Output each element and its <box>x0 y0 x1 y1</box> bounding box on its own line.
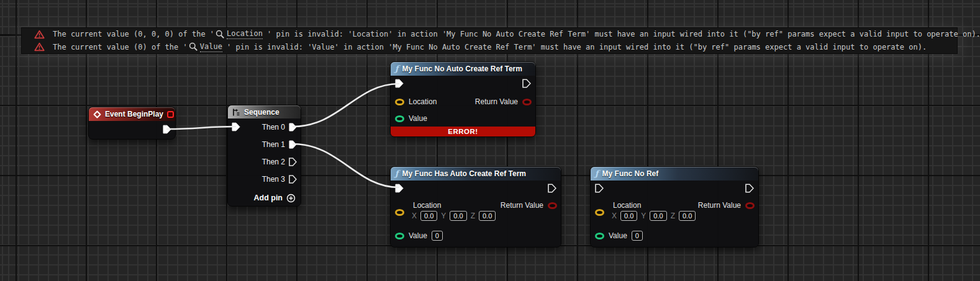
exec-input-pin[interactable] <box>395 184 404 193</box>
axis-x-field[interactable]: 0.0 <box>620 211 637 221</box>
warning-triangle-icon <box>34 30 45 39</box>
then-pin-row[interactable]: Then 3 <box>262 174 297 184</box>
then-pin-row[interactable]: Then 0 <box>262 122 297 132</box>
node-func-has-auto-create-ref-term[interactable]: ƒ My Func Has Auto Create Ref Term Locat… <box>390 166 561 248</box>
pin-label: Return Value <box>475 97 518 106</box>
location-pin-icon[interactable] <box>395 209 404 216</box>
warning-row-value: The current value (0) of the ' Value ' p… <box>22 41 957 54</box>
wire-beginplay-to-sequence <box>167 127 235 129</box>
exec-output-pin[interactable] <box>745 184 754 193</box>
pin-label-location: Location <box>413 201 441 210</box>
input-pin-value[interactable]: Value 0 <box>595 231 643 241</box>
axis-label: Z <box>471 212 475 220</box>
axis-label: Y <box>441 212 446 220</box>
node-header[interactable]: Event BeginPlay <box>89 107 175 121</box>
output-pin-return-value[interactable]: Return Value <box>475 97 532 106</box>
pin-label: Value <box>609 231 627 240</box>
input-pin-value[interactable]: Value <box>395 114 427 123</box>
axis-z-field[interactable]: 0.0 <box>679 211 696 221</box>
location-pin-icon[interactable] <box>395 99 404 105</box>
add-pin-icon <box>286 194 296 203</box>
exec-output-pin[interactable] <box>289 123 297 132</box>
warning-text-prefix: The current value (0, 0, 0) of the ' <box>53 30 214 38</box>
node-title: My Func Has Auto Create Ref Term <box>402 169 526 178</box>
warning-row-location: The current value (0, 0, 0) of the ' Loc… <box>22 28 957 41</box>
node-header[interactable]: ƒ My Func Has Auto Create Ref Term <box>391 167 561 181</box>
pin-label-location: Location <box>613 201 641 210</box>
event-node-badge <box>167 111 174 118</box>
return-value-pin-icon[interactable] <box>548 202 557 209</box>
error-banner: ERROR! <box>391 127 535 136</box>
axis-x-field[interactable]: 0.0 <box>420 211 437 221</box>
warning-pin-link[interactable]: Location <box>227 29 263 39</box>
then-pin-label: Then 1 <box>262 140 285 149</box>
function-icon: ƒ <box>395 169 399 177</box>
node-func-no-auto-create-ref-term[interactable]: ƒ My Func No Auto Create Ref Term Locati… <box>390 61 536 137</box>
location-pin-icon[interactable] <box>595 209 604 216</box>
warning-text-suffix: ' pin is invalid: 'Value' in action 'My … <box>222 43 927 51</box>
input-pin-value[interactable]: Value 0 <box>395 231 443 241</box>
search-icon[interactable] <box>189 42 198 51</box>
function-icon: ƒ <box>595 169 599 177</box>
wire-then1-to-func-has-auto <box>293 144 399 187</box>
axis-label: X <box>412 212 417 220</box>
add-pin-button[interactable]: Add pin <box>253 193 296 203</box>
exec-input-pin[interactable] <box>395 79 404 88</box>
warning-text-prefix: The current value (0) of the ' <box>53 43 188 51</box>
node-header[interactable]: ƒ My Func No Ref <box>591 167 758 181</box>
then-pin-row[interactable]: Then 2 <box>262 157 297 166</box>
pin-label: Return Value <box>698 201 741 210</box>
input-pin-location[interactable]: Location <box>395 97 437 106</box>
node-header[interactable]: Sequence <box>228 105 301 118</box>
exec-output-pin[interactable] <box>548 184 556 193</box>
node-func-no-ref[interactable]: ƒ My Func No Ref Location X 0.0 Y 0.0 Z … <box>590 166 759 248</box>
return-value-pin-icon[interactable] <box>745 202 755 209</box>
compiler-warnings-panel: The current value (0, 0, 0) of the ' Loc… <box>21 27 958 54</box>
return-value-pin-icon[interactable] <box>522 99 532 105</box>
event-icon <box>93 110 101 118</box>
node-header[interactable]: ƒ My Func No Auto Create Ref Term <box>391 62 535 76</box>
search-icon[interactable] <box>216 30 225 39</box>
node-event-begin-play[interactable]: Event BeginPlay <box>88 107 176 140</box>
axis-z-field[interactable]: 0.0 <box>479 211 496 221</box>
location-vector-fields: X 0.0 Y 0.0 Z 0.0 <box>412 211 496 221</box>
value-field[interactable]: 0 <box>632 231 643 241</box>
exec-output-pin[interactable] <box>163 125 171 134</box>
add-pin-label: Add pin <box>253 194 283 202</box>
warning-text-suffix: ' pin is invalid: 'Location' in action '… <box>263 30 980 38</box>
warning-triangle-icon <box>34 42 45 51</box>
exec-input-pin[interactable] <box>595 184 604 193</box>
pin-label: Location <box>409 97 437 106</box>
value-pin-icon[interactable] <box>395 233 404 239</box>
node-title: My Func No Auto Create Ref Term <box>402 65 522 73</box>
exec-output-pin[interactable] <box>522 79 531 88</box>
axis-y-field[interactable]: 0.0 <box>650 211 666 221</box>
then-pin-row[interactable]: Then 1 <box>262 140 297 149</box>
warning-pin-link[interactable]: Value <box>200 42 222 52</box>
sequence-icon <box>232 109 240 116</box>
node-title: Sequence <box>244 108 279 117</box>
exec-output-pin[interactable] <box>289 140 297 149</box>
node-sequence[interactable]: Sequence Then 0 Then 1 Then 2 Then 3 Add… <box>227 105 301 207</box>
location-vector-fields: X 0.0 Y 0.0 Z 0.0 <box>612 211 696 221</box>
value-pin-icon[interactable] <box>395 115 404 122</box>
exec-output-pin[interactable] <box>289 175 297 184</box>
pin-label: Value <box>409 114 427 123</box>
axis-label: Y <box>641 212 646 220</box>
function-icon: ƒ <box>395 65 399 73</box>
node-title: My Func No Ref <box>602 169 659 178</box>
axis-label: Z <box>671 212 675 220</box>
value-pin-icon[interactable] <box>595 233 604 239</box>
blueprint-graph-canvas[interactable]: The current value (0, 0, 0) of the ' Loc… <box>0 0 980 281</box>
exec-output-pin[interactable] <box>289 158 297 166</box>
value-field[interactable]: 0 <box>432 231 443 241</box>
axis-y-field[interactable]: 0.0 <box>450 211 466 221</box>
axis-label: X <box>612 212 617 220</box>
pin-label: Value <box>409 231 427 240</box>
output-pin-return-value[interactable]: Return Value <box>698 201 755 210</box>
exec-input-pin[interactable] <box>232 122 240 132</box>
then-pin-label: Then 0 <box>262 123 285 132</box>
pin-label: Return Value <box>501 201 543 210</box>
output-pin-return-value[interactable]: Return Value <box>501 201 557 210</box>
then-pin-label: Then 2 <box>262 158 285 166</box>
